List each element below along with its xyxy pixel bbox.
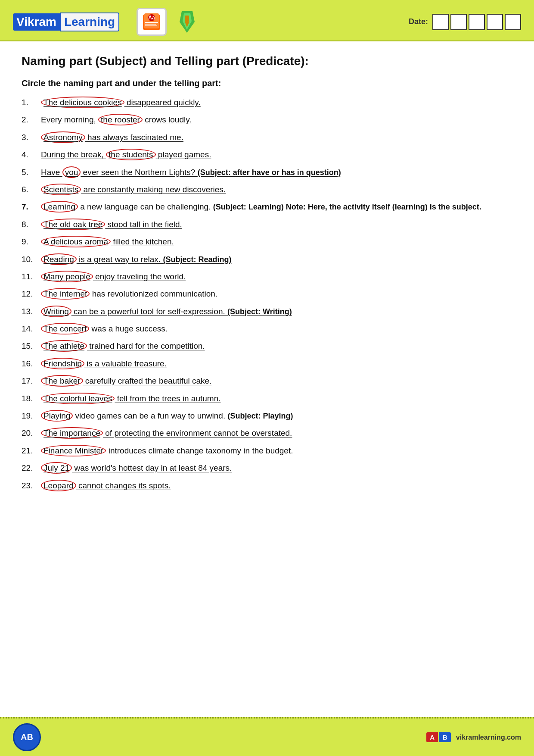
footer: AB A B vikramlearning.com: [0, 717, 534, 756]
item-number: 2.: [22, 113, 41, 126]
list-item: 11. Many people enjoy traveling the worl…: [22, 270, 512, 283]
date-box-3[interactable]: [469, 14, 485, 30]
item-number: 14.: [22, 322, 41, 335]
circle-subject: The delicious cookies: [41, 97, 124, 108]
item-number: 13.: [22, 305, 41, 318]
sentence-text: Leopard cannot changes its spots.: [41, 479, 512, 492]
main-content: Naming part (Subject) and Telling part (…: [0, 41, 534, 531]
circle-subject: The old oak tree: [41, 219, 105, 230]
item-number: 19.: [22, 409, 41, 422]
sentence-text: Reading is a great way to relax. (Subjec…: [41, 253, 512, 266]
circle-subject: Playing: [41, 410, 73, 422]
list-item: 14. The concert was a huge success.: [22, 322, 512, 335]
date-box-4[interactable]: [487, 14, 503, 30]
circle-subject: Writing: [41, 306, 71, 317]
date-box-2[interactable]: [450, 14, 467, 30]
sentence-text: The colorful leaves fell from the trees …: [41, 392, 512, 405]
item-number: 7.: [22, 200, 41, 213]
sentence-text: Writing can be a powerful tool for self-…: [41, 305, 512, 318]
list-item: 15. The athlete trained hard for the com…: [22, 340, 512, 353]
circle-subject: the students: [106, 149, 156, 160]
note: (Subject: Playing): [227, 412, 293, 420]
circle-subject: The concert: [41, 323, 89, 334]
list-item: 18. The colorful leaves fell from the tr…: [22, 392, 512, 405]
sentence-text: Many people enjoy traveling the world.: [41, 270, 512, 283]
circle-subject: The athlete: [41, 340, 87, 352]
item-number: 9.: [22, 235, 41, 248]
note: (Subject: Reading): [163, 255, 231, 264]
sentence-text: Astronomy has always fascinated me.: [41, 131, 512, 144]
sentence-text: Scientists are constantly making new dis…: [41, 183, 512, 196]
scissors-icon: [175, 8, 199, 36]
logo: Vikram Learning: [13, 12, 119, 31]
circle-subject: Leopard: [41, 480, 76, 491]
sentence-text: Every morning, the rooster crows loudly.: [41, 113, 512, 126]
date-boxes: [432, 14, 521, 30]
date-section: Date:: [409, 14, 521, 30]
date-box-5[interactable]: [505, 14, 521, 30]
instruction: Circle the naming part and under the tel…: [22, 78, 512, 88]
list-item: 6. Scientists are constantly making new …: [22, 183, 512, 196]
page: Vikram Learning Aa: [0, 0, 534, 756]
list-item: 12. The internet has revolutionized comm…: [22, 287, 512, 300]
list-item: 17. The baker carefully crafted the beau…: [22, 375, 512, 387]
sentence-text: Learning a new language can be challengi…: [41, 200, 512, 213]
list-item: 10. Reading is a great way to relax. (Su…: [22, 253, 512, 266]
website-url: vikramlearning.com: [456, 734, 521, 741]
item-number: 4.: [22, 148, 41, 161]
item-number: 21.: [22, 444, 41, 457]
footer-right: A B vikramlearning.com: [426, 732, 521, 742]
note: (Subject: after have or has in question): [198, 168, 341, 177]
list-item: 8. The old oak tree stood tall in the fi…: [22, 218, 512, 231]
sentence-text: The delicious cookies disappeared quickl…: [41, 96, 512, 109]
sentence-text: The concert was a huge success.: [41, 322, 512, 335]
list-item: 16. Friendship is a valuable treasure.: [22, 357, 512, 370]
sentence-text: The internet has revolutionized communic…: [41, 287, 512, 300]
sentence-text: The athlete trained hard for the competi…: [41, 340, 512, 353]
item-number: 8.: [22, 218, 41, 231]
date-box-1[interactable]: [432, 14, 449, 30]
date-label: Date:: [409, 17, 428, 26]
list-item: 1. The delicious cookies disappeared qui…: [22, 96, 512, 109]
footer-left: AB: [13, 723, 41, 751]
sentence-text: July 21 was world's hottest day in at le…: [41, 462, 512, 475]
circle-subject: The colorful leaves: [41, 393, 115, 404]
item-number: 10.: [22, 253, 41, 266]
circle-subject: Learning: [41, 201, 78, 212]
header-icons: Aa: [137, 8, 199, 36]
header: Vikram Learning Aa: [0, 0, 534, 41]
footer-ab-badge: AB: [13, 723, 41, 751]
list-item: 7. Learning a new language can be challe…: [22, 200, 512, 213]
svg-text:Aa: Aa: [148, 15, 155, 21]
list-item: 22. July 21 was world's hottest day in a…: [22, 462, 512, 475]
circle-subject: Finance Minister: [41, 445, 106, 456]
sentence-text: During the break, the students played ga…: [41, 148, 512, 161]
list-item: 5. Have you ever seen the Northern Light…: [22, 166, 512, 179]
list-item: 3. Astronomy has always fascinated me.: [22, 131, 512, 144]
item-number: 3.: [22, 131, 41, 144]
sentence-text: Playing video games can be a fun way to …: [41, 409, 512, 422]
list-item: 20. The importance of protecting the env…: [22, 427, 512, 440]
circle-subject: Astronomy: [41, 131, 85, 143]
sentence-text: The importance of protecting the environ…: [41, 427, 512, 440]
page-title: Naming part (Subject) and Telling part (…: [22, 54, 512, 68]
sentence-text: The old oak tree stood tall in the field…: [41, 218, 512, 231]
sentence-list: 1. The delicious cookies disappeared qui…: [22, 96, 512, 492]
circle-subject: Friendship: [41, 358, 84, 369]
item-number: 17.: [22, 375, 41, 387]
sentence-text: Have you ever seen the Northern Lights? …: [41, 166, 512, 179]
item-number: 20.: [22, 427, 41, 440]
item-number: 23.: [22, 479, 41, 492]
circle-subject: July 21: [41, 462, 72, 474]
footer-b-badge: B: [439, 732, 451, 742]
list-item: 2. Every morning, the rooster crows loud…: [22, 113, 512, 126]
circle-subject: A delicious aroma: [41, 236, 111, 247]
circle-subject: The baker: [41, 375, 83, 387]
circle-subject: The importance: [41, 427, 103, 439]
sentence-text: The baker carefully crafted the beautifu…: [41, 375, 512, 387]
book-icon: Aa: [137, 8, 167, 36]
note: (Subject: Writing): [227, 307, 292, 316]
sentence-text: A delicious aroma filled the kitchen.: [41, 235, 512, 248]
list-item: 4. During the break, the students played…: [22, 148, 512, 161]
item-number: 12.: [22, 287, 41, 300]
